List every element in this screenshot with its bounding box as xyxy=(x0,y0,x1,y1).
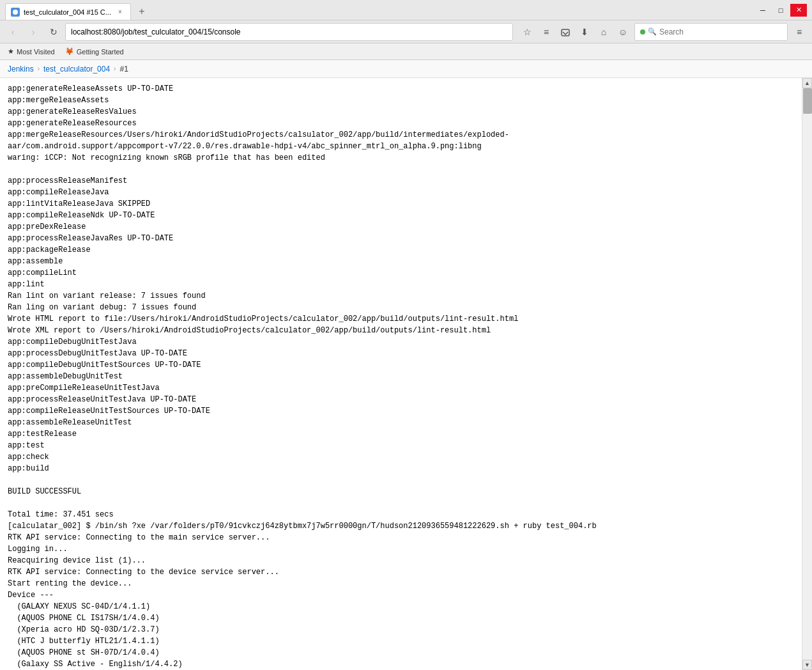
most-visited-label: Most Visited xyxy=(17,48,55,56)
pocket-button[interactable] xyxy=(556,23,574,41)
bookmark-most-visited[interactable]: ★ Most Visited xyxy=(5,46,57,57)
getting-started-label: Getting Started xyxy=(77,48,124,56)
title-bar: test_culculator_004 #15 C... × + ─ □ ✕ xyxy=(0,0,812,20)
breadcrumb-job[interactable]: test_culculator_004 xyxy=(43,65,110,74)
breadcrumb-sep-2: › xyxy=(114,65,116,72)
maximize-button[interactable]: □ xyxy=(772,4,789,17)
download-button[interactable]: ⬇ xyxy=(576,23,594,41)
search-input[interactable] xyxy=(659,27,782,36)
scroll-down-button[interactable]: ▼ xyxy=(802,660,812,670)
star-button[interactable]: ☆ xyxy=(518,23,536,41)
most-visited-icon: ★ xyxy=(8,47,14,56)
home-button[interactable]: ⌂ xyxy=(595,23,613,41)
search-bar: 🔍 xyxy=(634,23,788,41)
bookmark-getting-started[interactable]: 🦊 Getting Started xyxy=(63,46,126,57)
minimize-button[interactable]: ─ xyxy=(755,4,771,17)
reader-button[interactable]: ≡ xyxy=(537,23,555,41)
new-tab-button[interactable]: + xyxy=(134,3,150,20)
firefox-icon: 🦊 xyxy=(65,47,74,56)
breadcrumb-jenkins[interactable]: Jenkins xyxy=(8,65,34,74)
active-tab[interactable]: test_culculator_004 #15 C... × xyxy=(5,3,131,20)
scrollbar-thumb[interactable] xyxy=(803,88,812,114)
breadcrumb-build: #1 xyxy=(119,65,128,74)
search-icon: 🔍 xyxy=(648,27,657,36)
close-button[interactable]: ✕ xyxy=(790,4,807,17)
scrollbar-track xyxy=(802,88,812,660)
back-button[interactable]: ‹ xyxy=(4,23,22,41)
tab-bar: test_culculator_004 #15 C... × + xyxy=(5,0,749,20)
bookmarks-bar: ★ Most Visited 🦊 Getting Started xyxy=(0,43,812,60)
nav-bar: ‹ › ↻ ☆ ≡ ⬇ ⌂ ☺ 🔍 ≡ xyxy=(0,20,812,43)
account-button[interactable]: ☺ xyxy=(614,23,632,41)
console-output[interactable]: app:generateReleaseAssets UP-TO-DATE app… xyxy=(0,78,802,670)
tab-title: test_culculator_004 #15 C... xyxy=(24,8,111,16)
reload-button[interactable]: ↻ xyxy=(45,23,63,41)
search-secure-icon xyxy=(640,29,645,35)
breadcrumb-sep-1: › xyxy=(38,65,40,72)
svg-point-0 xyxy=(13,10,18,15)
url-input[interactable] xyxy=(71,27,507,36)
menu-button[interactable]: ≡ xyxy=(790,23,808,41)
url-bar-wrapper xyxy=(65,23,513,41)
scrollbar[interactable]: ▲ ▼ xyxy=(802,78,812,670)
main-content: app:generateReleaseAssets UP-TO-DATE app… xyxy=(0,78,812,670)
nav-icons: ☆ ≡ ⬇ ⌂ ☺ xyxy=(518,23,632,41)
tab-close-button[interactable]: × xyxy=(115,7,125,17)
window-controls: ─ □ ✕ xyxy=(755,4,807,17)
breadcrumb-bar: Jenkins › test_culculator_004 › #1 xyxy=(0,60,812,78)
scroll-up-button[interactable]: ▲ xyxy=(802,78,812,88)
forward-button[interactable]: › xyxy=(24,23,42,41)
tab-favicon xyxy=(11,8,20,17)
